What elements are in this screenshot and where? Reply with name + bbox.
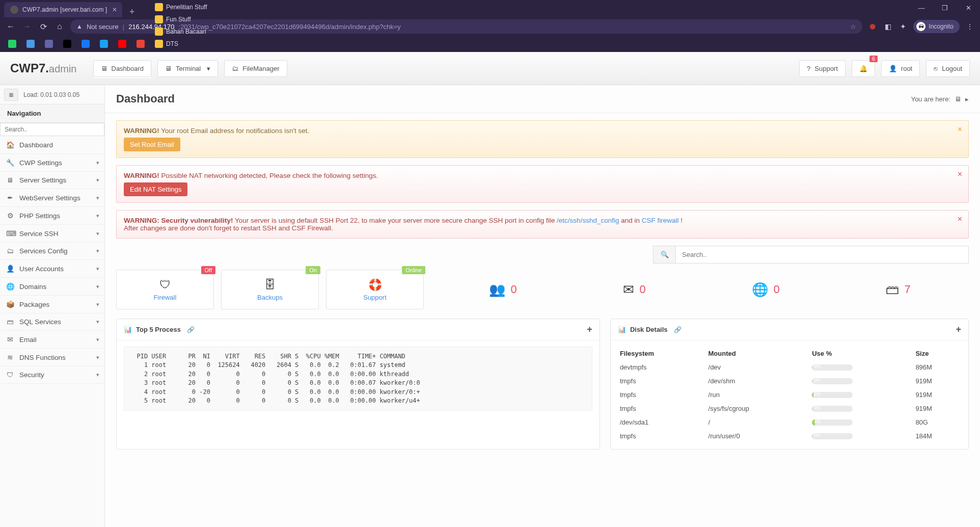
forward-icon[interactable]: →	[21, 22, 33, 31]
browser-chrome: CWP7.admin [server.bari.com ] ✕ + — ❐ ✕ …	[0, 0, 980, 52]
folder-icon	[155, 28, 163, 36]
back-icon[interactable]: ←	[5, 22, 16, 31]
new-tab-button[interactable]: +	[122, 7, 142, 17]
close-icon[interactable]: ✕	[112, 6, 117, 13]
not-secure-icon: ▲	[76, 23, 83, 30]
bookmark-app2[interactable]	[42, 38, 56, 50]
tab-favicon	[10, 6, 18, 14]
bookmark-youtube[interactable]	[115, 38, 129, 50]
ublock-icon[interactable]: ⬢	[867, 21, 878, 32]
minimize-icon[interactable]: —	[910, 0, 933, 15]
close-window-icon[interactable]: ✕	[957, 0, 980, 15]
tab-title: CWP7.admin [server.bari.com ]	[22, 6, 107, 13]
puzzle-icon[interactable]: ✦	[898, 21, 908, 32]
folder-icon	[155, 40, 163, 48]
bookmark-twitter[interactable]	[97, 38, 111, 50]
address-bar: ← → ⟳ ⌂ ▲ Not secure | 216.244.94.170:20…	[0, 17, 980, 36]
bookmark-app[interactable]	[23, 38, 38, 50]
bookmark-bar: Learning StuffScholarship StuffPenelitia…	[0, 36, 980, 52]
star-icon[interactable]: ☆	[850, 23, 856, 31]
bookmark-label: Bahan Bacaan	[166, 28, 206, 35]
browser-tab[interactable]: CWP7.admin [server.bari.com ] ✕	[4, 2, 122, 17]
url-separator: |	[123, 23, 124, 31]
bookmark-whatsapp[interactable]	[5, 38, 19, 50]
window-controls: — ❐ ✕	[910, 0, 980, 15]
incognito-icon: 🕶	[916, 22, 925, 31]
reload-icon[interactable]: ⟳	[38, 22, 49, 32]
maximize-icon[interactable]: ❐	[933, 0, 957, 15]
incognito-badge[interactable]: 🕶 Incognito	[913, 20, 960, 33]
bookmark-label: DTS	[166, 40, 178, 47]
bookmark-folder[interactable]: DTS	[152, 38, 215, 50]
toolbar-right: ⬢ ◧ ✦ 🕶 Incognito ⋮	[867, 20, 975, 33]
bookmark-folder[interactable]: Bahan Bacaan	[152, 25, 215, 38]
extension-icon[interactable]: ◧	[883, 21, 893, 32]
bookmark-facebook[interactable]	[78, 38, 93, 50]
incognito-label: Incognito	[929, 23, 954, 30]
tab-strip: CWP7.admin [server.bari.com ] ✕ + — ❐ ✕	[0, 0, 980, 17]
not-secure-label: Not secure	[87, 23, 119, 31]
bookmark-9gag[interactable]	[60, 38, 74, 50]
home-icon[interactable]: ⌂	[54, 22, 65, 31]
bookmark-gmail[interactable]	[133, 38, 148, 50]
menu-icon[interactable]: ⋮	[965, 21, 975, 32]
